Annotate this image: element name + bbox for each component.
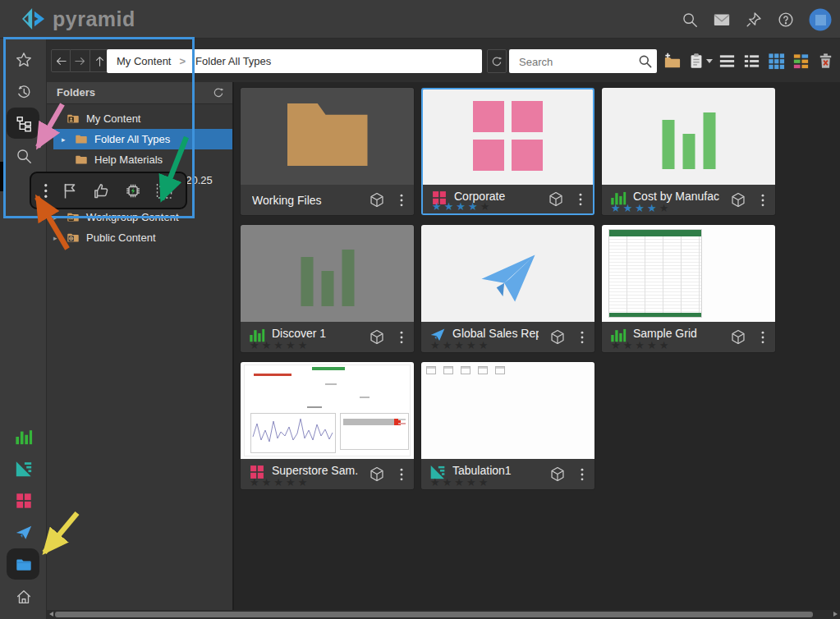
caret-right-icon[interactable]: ▸ <box>62 135 73 144</box>
data-model-cube-icon[interactable] <box>368 328 386 346</box>
star-filled-icon[interactable]: ★ <box>468 200 480 213</box>
star-empty-icon[interactable]: ★ <box>635 339 647 351</box>
star-rating[interactable]: ★★★★★ <box>611 203 671 214</box>
search-icon[interactable] <box>637 53 653 69</box>
star-empty-icon[interactable]: ★ <box>250 339 262 351</box>
mail-icon[interactable] <box>713 11 731 29</box>
star-filled-icon[interactable]: ★ <box>623 202 636 214</box>
star-empty-icon[interactable]: ★ <box>647 339 659 351</box>
content-tile-discover-1[interactable]: Discover 1★★★★★ <box>241 225 414 352</box>
data-model-cube-icon[interactable] <box>368 465 386 484</box>
star-filled-icon[interactable]: ★ <box>611 202 623 214</box>
star-empty-icon[interactable]: ★ <box>273 476 286 488</box>
caret-down-icon[interactable]: ▾ <box>53 115 65 123</box>
pin-icon[interactable] <box>745 11 763 29</box>
tree-item-public-content[interactable]: ▸Public Content <box>53 227 232 248</box>
tile-menu-icon[interactable] <box>576 329 588 346</box>
star-rating[interactable]: ★★★★★ <box>250 340 310 351</box>
star-empty-icon[interactable]: ★ <box>466 476 479 488</box>
sidebar-history-icon[interactable] <box>0 76 47 108</box>
sidebar-home-icon[interactable] <box>0 580 47 612</box>
content-tile-corporate[interactable]: Corporate★★★★★ <box>421 88 594 215</box>
content-tile-tabulation1[interactable]: Tabulation1★★★★★ <box>421 362 594 489</box>
tile-menu-icon[interactable] <box>757 329 769 346</box>
star-empty-icon[interactable]: ★ <box>298 476 310 488</box>
star-rating[interactable]: ★★★★★ <box>432 201 492 213</box>
horizontal-scrollbar[interactable] <box>47 610 840 619</box>
sidebar-illustrate-icon[interactable] <box>0 484 47 516</box>
star-empty-icon[interactable]: ★ <box>479 339 491 351</box>
breadcrumb-item[interactable]: My Content <box>117 55 171 67</box>
star-empty-icon[interactable]: ★ <box>443 339 455 351</box>
sidebar-content-tree-icon[interactable] <box>0 108 47 140</box>
tree-item-my-content[interactable]: ▾My Content <box>53 108 232 129</box>
tile-menu-icon[interactable] <box>576 466 588 483</box>
star-empty-icon[interactable]: ★ <box>479 476 491 488</box>
data-model-cube-icon[interactable] <box>549 328 567 346</box>
kebab-menu-icon[interactable] <box>41 181 51 201</box>
new-folder-icon[interactable] <box>663 52 682 71</box>
data-model-cube-icon[interactable] <box>547 190 565 209</box>
tree-item-folder-all-types[interactable]: ▸Folder All Types <box>53 129 232 149</box>
thumbs-up-icon[interactable] <box>92 181 112 201</box>
star-empty-icon[interactable]: ★ <box>611 339 623 351</box>
star-empty-icon[interactable]: ★ <box>430 476 443 488</box>
star-rating[interactable]: ★★★★★ <box>430 477 490 488</box>
star-empty-icon[interactable]: ★ <box>659 339 672 351</box>
star-empty-icon[interactable]: ★ <box>480 200 493 213</box>
sidebar-favorites-icon[interactable] <box>0 44 47 76</box>
data-model-cube-icon[interactable] <box>368 191 386 209</box>
tile-menu-icon[interactable] <box>396 192 407 209</box>
star-empty-icon[interactable]: ★ <box>250 476 262 488</box>
star-rating[interactable]: ★★★★★ <box>430 340 490 351</box>
star-rating[interactable]: ★★★★★ <box>250 477 310 488</box>
content-tile-sample-grid[interactable]: Sample Grid★★★★★ <box>602 225 775 352</box>
scroll-right-arrow-icon[interactable] <box>833 612 838 617</box>
star-empty-icon[interactable]: ★ <box>286 339 298 351</box>
folders-refresh-icon[interactable] <box>212 86 225 99</box>
star-empty-icon[interactable]: ★ <box>454 339 466 351</box>
star-rating[interactable]: ★★★★★ <box>611 340 671 351</box>
scrollbar-thumb[interactable] <box>55 612 813 617</box>
avatar[interactable] <box>809 8 832 31</box>
breadcrumb-item[interactable]: Folder All Types <box>195 55 271 67</box>
star-filled-icon[interactable]: ★ <box>635 202 647 214</box>
paste-dropdown-caret[interactable] <box>706 59 713 63</box>
content-tile-global-sales-rep-[interactable]: Global Sales Rep...★★★★★ <box>421 225 594 352</box>
star-empty-icon[interactable]: ★ <box>454 476 466 488</box>
sidebar-content-folder-icon[interactable] <box>0 548 47 580</box>
search-input[interactable] <box>517 49 636 75</box>
tile-menu-icon[interactable] <box>757 192 769 209</box>
caret-right-icon[interactable]: ▸ <box>53 213 65 222</box>
tile-menu-icon[interactable] <box>575 191 586 208</box>
star-filled-icon[interactable]: ★ <box>444 200 457 213</box>
breadcrumb[interactable]: My Content > Folder All Types <box>107 49 482 73</box>
star-empty-icon[interactable]: ★ <box>286 476 298 488</box>
star-empty-icon[interactable]: ★ <box>443 476 455 488</box>
colored-tiles-icon[interactable] <box>792 52 810 71</box>
data-model-cube-icon[interactable] <box>729 328 747 346</box>
list-view-icon[interactable] <box>718 52 737 71</box>
scroll-left-arrow-icon[interactable] <box>49 612 53 617</box>
details-view-icon[interactable] <box>742 52 761 71</box>
star-empty-icon[interactable]: ★ <box>466 339 479 351</box>
forward-button[interactable] <box>71 49 90 72</box>
data-model-cube-icon[interactable] <box>549 465 567 484</box>
paste-button[interactable] <box>687 52 712 71</box>
tree-item-help-materials[interactable]: Help Materials <box>53 149 232 170</box>
star-empty-icon[interactable]: ★ <box>273 339 286 351</box>
sidebar-discover-icon[interactable] <box>0 420 47 452</box>
help-circle-icon[interactable] <box>777 11 795 29</box>
star-empty-icon[interactable]: ★ <box>623 339 636 351</box>
content-tile-cost-by-manufac-[interactable]: Cost by Manufac...★★★★★ <box>602 88 775 215</box>
ai-chip-icon[interactable] <box>123 181 143 201</box>
tile-menu-icon[interactable] <box>396 466 407 483</box>
schedule-icon[interactable] <box>154 181 174 201</box>
refresh-button[interactable] <box>487 49 507 73</box>
content-tile-superstore-sam-[interactable]: Superstore Sam...★★★★★ <box>241 362 414 489</box>
sidebar-search-icon[interactable] <box>0 140 47 172</box>
content-tile-working-files[interactable]: Working Files <box>241 88 414 215</box>
global-search-icon[interactable] <box>681 11 699 29</box>
star-empty-icon[interactable]: ★ <box>262 476 274 488</box>
star-filled-icon[interactable]: ★ <box>432 200 444 213</box>
